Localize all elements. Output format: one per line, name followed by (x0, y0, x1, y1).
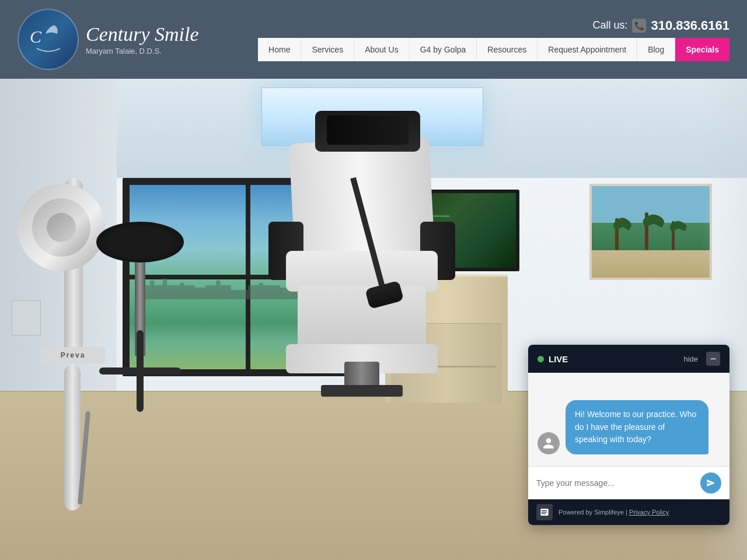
svg-text:C: C (30, 27, 42, 46)
nav-g4-by-golpa[interactable]: G4 by Golpa (410, 38, 477, 61)
nav-services[interactable]: Services (301, 38, 354, 61)
dental-chair (268, 140, 455, 397)
logo-text: Century Smile Maryam Talaie, D.D.S. (86, 23, 199, 55)
avatar-icon (542, 437, 555, 450)
live-indicator: LIVE (537, 354, 568, 364)
nav-about-us[interactable]: About Us (354, 38, 410, 61)
brand-name: Century Smile (86, 23, 199, 45)
send-button[interactable] (700, 473, 721, 494)
chat-avatar (537, 432, 560, 454)
live-dot (537, 356, 544, 362)
nav-specials[interactable]: Specials (675, 38, 729, 61)
live-label: LIVE (549, 354, 568, 364)
phone-icon: 📞 (632, 19, 646, 33)
phone-number[interactable]: 310.836.6161 (651, 18, 729, 33)
chat-expand-icon (540, 508, 549, 517)
hero-section: Preva (0, 79, 747, 560)
dds-subtitle: Maryam Talaie, D.D.S. (86, 47, 199, 55)
nav-request-appointment[interactable]: Request Appointment (537, 38, 637, 61)
logo-icon: C (25, 16, 72, 63)
nav-resources[interactable]: Resources (477, 38, 537, 61)
chat-bubble: Hi! Welcome to our practice. Who do I ha… (566, 400, 708, 454)
call-info: Call us: 📞 310.836.6161 (592, 18, 729, 33)
call-label: Call us: (592, 19, 627, 32)
nav-blog[interactable]: Blog (637, 38, 675, 61)
chat-footer-text: Powered by Simplifeye | Privacy Policy (558, 509, 669, 516)
hide-button[interactable]: hide (683, 355, 698, 363)
chat-message-input[interactable] (536, 478, 694, 488)
logo-circle: C (18, 9, 79, 70)
nav-home[interactable]: Home (258, 38, 301, 61)
chat-footer: Powered by Simplifeye | Privacy Policy (528, 499, 729, 525)
chat-body: Hi! Welcome to our practice. Who do I ha… (528, 373, 729, 466)
header-right: Call us: 📞 310.836.6161 Home Services Ab… (258, 18, 729, 61)
chat-input-area (528, 466, 729, 499)
privacy-policy-link[interactable]: Privacy Policy (629, 509, 669, 516)
chat-widget: LIVE hide − Hi! Welcome to our practice.… (528, 345, 729, 525)
stool (93, 222, 187, 397)
main-nav: Home Services About Us G4 by Golpa Resou… (258, 38, 729, 61)
artwork (589, 184, 712, 280)
chat-controls: hide − (683, 352, 720, 366)
chat-header: LIVE hide − (528, 345, 729, 373)
minimize-button[interactable]: − (706, 352, 720, 366)
logo-area: C Century Smile Maryam Talaie, D.D.S. (18, 9, 199, 70)
header: C Century Smile Maryam Talaie, D.D.S. Ca… (0, 0, 747, 79)
chat-footer-icon (536, 504, 553, 520)
